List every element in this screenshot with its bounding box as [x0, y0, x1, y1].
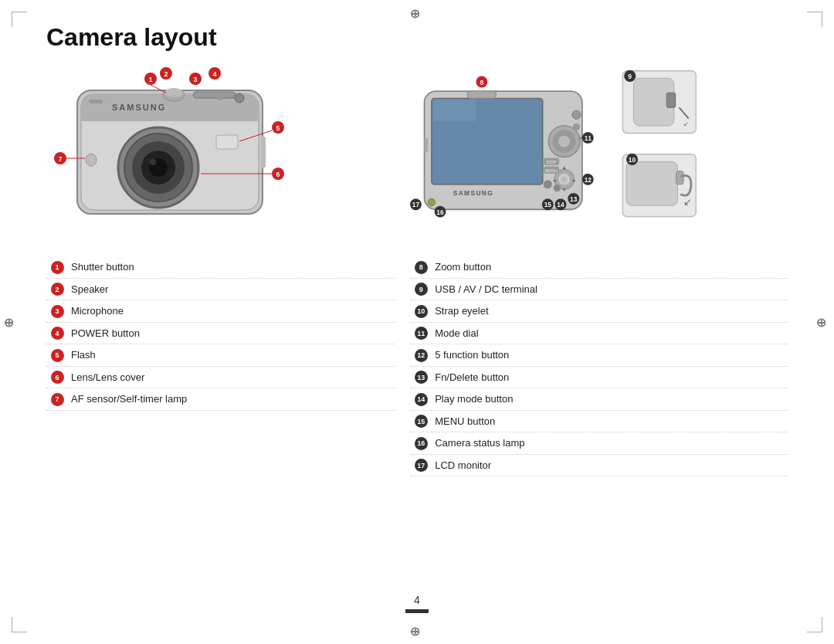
part-number-cell: 14 — [410, 388, 432, 411]
right-part-row: 14 Play mode button — [410, 388, 788, 411]
right-part-row: 15 MENU button — [410, 410, 788, 432]
corner-mark-tr — [807, 12, 822, 27]
svg-point-44 — [558, 136, 570, 147]
part-label: MENU button — [432, 410, 788, 432]
part-label: Strap eyelet — [432, 300, 788, 323]
svg-rect-88 — [676, 171, 684, 185]
svg-rect-16 — [89, 100, 103, 103]
left-parts-list: 1 Shutter button 2 Speaker 3 Microphone … — [46, 256, 395, 411]
page-container: ⊕ ⊕ ⊕ ⊕ Camera layout SAMSUNG — [0, 0, 834, 644]
svg-point-60 — [554, 185, 561, 192]
svg-rect-62 — [425, 137, 429, 152]
svg-text:▼: ▼ — [562, 187, 567, 192]
right-part-row: 9 USB / AV / DC terminal — [410, 278, 788, 300]
part-badge: 1 — [51, 261, 64, 274]
back-camera-svg: SAMSUNG ▲ ▼ ◄ ► — [410, 67, 611, 237]
part-badge: 17 — [415, 459, 428, 472]
part-label: Zoom button — [432, 256, 788, 278]
left-part-row: 6 Lens/Lens cover — [46, 366, 395, 388]
part-badge: 3 — [51, 305, 64, 318]
compass-bottom: ⊕ — [410, 624, 424, 638]
svg-text:2: 2 — [164, 70, 168, 78]
svg-text:DISP: DISP — [547, 160, 557, 164]
corner-mark-tl — [12, 12, 27, 27]
svg-text:4: 4 — [212, 70, 216, 78]
part-badge: 15 — [415, 415, 428, 428]
part-label: LCD monitor — [432, 454, 788, 476]
front-camera-area: SAMSUNG — [46, 67, 395, 245]
right-part-row: 16 Camera status lamp — [410, 432, 788, 455]
part-label: POWER button — [68, 322, 395, 344]
svg-text:↙: ↙ — [683, 196, 692, 208]
svg-rect-54 — [467, 91, 496, 98]
svg-text:SAMSUNG: SAMSUNG — [453, 189, 493, 197]
part-label: Camera status lamp — [432, 432, 788, 455]
part-number-cell: 4 — [46, 322, 68, 344]
part-number-cell: 2 — [46, 278, 68, 300]
part-badge: 9 — [415, 283, 428, 296]
part-badge: 10 — [415, 305, 428, 318]
svg-point-59 — [544, 180, 552, 188]
part-number-cell: 10 — [410, 300, 432, 323]
content-area: SAMSUNG — [46, 67, 788, 476]
svg-point-14 — [164, 88, 183, 97]
right-parts-table: 8 Zoom button 9 USB / AV / DC terminal 1… — [410, 256, 788, 476]
right-part-row: 12 5 function button — [410, 344, 788, 367]
part-number-cell: 6 — [46, 366, 68, 388]
svg-text:10: 10 — [629, 156, 636, 164]
part-number-cell: 8 — [410, 256, 432, 278]
part-badge: 8 — [415, 261, 428, 274]
svg-point-47 — [561, 177, 567, 182]
back-camera-area: SAMSUNG ▲ ▼ ◄ ► — [410, 67, 788, 245]
corner-mark-br — [807, 617, 822, 632]
right-part-row: 8 Zoom button — [410, 256, 788, 278]
front-camera-svg: SAMSUNG — [46, 67, 293, 237]
svg-rect-19 — [261, 137, 266, 168]
part-label: Play mode button — [432, 388, 788, 411]
left-part-row: 5 Flash — [46, 344, 395, 367]
part-number-cell: 7 — [46, 388, 68, 411]
svg-text:5: 5 — [276, 124, 280, 132]
part-badge: 16 — [415, 437, 428, 450]
part-number-cell: 15 — [410, 410, 432, 432]
compass-left: ⊕ — [4, 315, 18, 329]
svg-text:SAMSUNG: SAMSUNG — [112, 103, 166, 112]
part-label: AF sensor/Self-timer lamp — [68, 388, 395, 411]
part-label: USB / AV / DC terminal — [432, 278, 788, 300]
part-badge: 11 — [415, 327, 428, 340]
part-number-cell: 5 — [46, 344, 68, 367]
left-parts-table: 1 Shutter button 2 Speaker 3 Microphone … — [46, 256, 395, 411]
part-label: Shutter button — [68, 256, 395, 278]
right-part-row: 13 Fn/Delete button — [410, 366, 788, 388]
part-badge: 5 — [51, 349, 64, 362]
compass-top: ⊕ — [410, 6, 424, 20]
part-label: Flash — [68, 344, 395, 367]
svg-point-18 — [235, 93, 244, 103]
part-number-cell: 13 — [410, 366, 432, 388]
part-badge: 13 — [415, 371, 428, 384]
part-number-cell: 17 — [410, 454, 432, 476]
strap-eyelet-svg: ↙ 10 — [619, 151, 707, 224]
svg-point-53 — [573, 124, 580, 130]
part-number-cell: 12 — [410, 344, 432, 367]
svg-text:↙: ↙ — [683, 120, 689, 127]
svg-text:MENU: MENU — [545, 168, 558, 173]
part-label: Mode dial — [432, 322, 788, 344]
page-number-bar — [405, 609, 429, 613]
right-part-row: 11 Mode dial — [410, 322, 788, 344]
left-section: SAMSUNG — [46, 67, 395, 476]
part-label: 5 function button — [432, 344, 788, 367]
svg-text:14: 14 — [558, 202, 565, 209]
svg-text:13: 13 — [570, 195, 578, 203]
usb-terminal-image: ↙ 9 — [619, 67, 711, 144]
svg-text:7: 7 — [58, 155, 62, 163]
svg-text:9: 9 — [629, 73, 632, 80]
part-badge: 2 — [51, 283, 64, 296]
svg-text:16: 16 — [437, 208, 445, 216]
svg-rect-15 — [193, 92, 236, 98]
svg-text:▲: ▲ — [562, 164, 567, 170]
part-number-cell: 9 — [410, 278, 432, 300]
svg-text:12: 12 — [585, 176, 592, 184]
page-number: 4 — [405, 594, 429, 606]
part-badge: 6 — [51, 371, 64, 384]
